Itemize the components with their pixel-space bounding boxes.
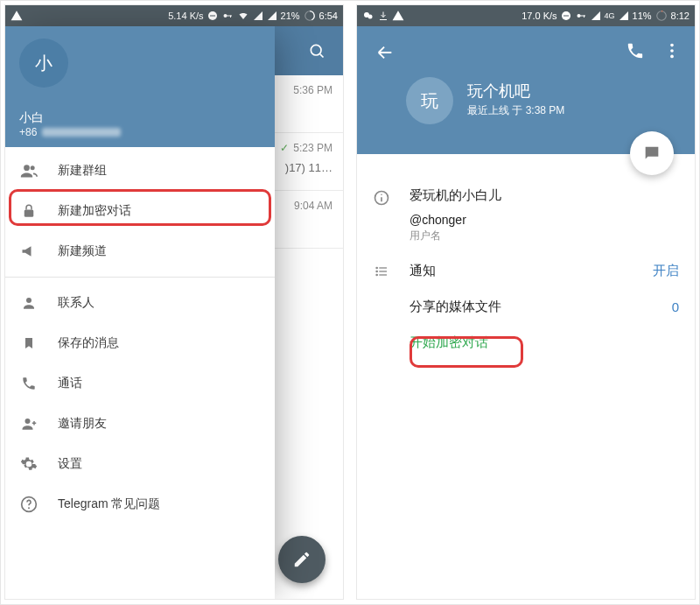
add-person-icon xyxy=(19,416,38,432)
drawer-header: 小 小白 +86 xyxy=(5,26,275,147)
shared-media-row[interactable]: 分享的媒体文件 0 xyxy=(410,299,679,315)
notifications-label: 通知 xyxy=(410,263,436,279)
group-icon xyxy=(19,162,38,179)
svg-point-8 xyxy=(24,165,30,171)
vpn-key-icon xyxy=(575,11,587,21)
svg-point-25 xyxy=(670,55,674,59)
svg-rect-18 xyxy=(564,16,569,17)
profile-handle[interactable]: @chonger xyxy=(410,213,679,227)
drawer-item-saved[interactable]: 保存的消息 xyxy=(5,323,275,363)
drawer-item-contacts[interactable]: 联系人 xyxy=(5,283,275,323)
profile-last-seen: 最近上线 于 3:38 PM xyxy=(467,103,564,118)
drawer-list: 新建群组 新建加密对话 新建频道 联系人 保存的消息 xyxy=(5,147,275,524)
svg-point-32 xyxy=(376,267,377,268)
signal-icon xyxy=(253,11,263,21)
status-time: 8:12 xyxy=(671,11,690,21)
drawer-item-label: 联系人 xyxy=(58,295,94,311)
more-button[interactable] xyxy=(656,35,688,67)
drawer-item-new-group[interactable]: 新建群组 xyxy=(5,151,275,191)
drawer-item-label: Telegram 常见问题 xyxy=(58,496,160,512)
status-speed: 5.14 K/s xyxy=(168,11,203,21)
chat-time: 5:36 PM xyxy=(293,84,332,96)
svg-point-34 xyxy=(376,274,377,275)
profile-header: 玩 玩个机吧 最近上线 于 3:38 PM xyxy=(357,26,695,154)
gear-icon xyxy=(19,455,38,473)
notifications-value: 开启 xyxy=(653,263,679,279)
svg-rect-21 xyxy=(584,16,584,18)
avatar-letter: 玩 xyxy=(421,89,438,113)
svg-point-9 xyxy=(31,165,35,170)
phone-right: 17.0 K/s 4G 11% 8:12 xyxy=(356,4,696,600)
svg-point-28 xyxy=(381,193,382,195)
drawer-username: 小白 xyxy=(19,110,121,126)
start-secret-chat[interactable]: 开始加密对话 xyxy=(410,334,488,349)
status-battery: 21% xyxy=(281,11,300,21)
svg-point-33 xyxy=(376,271,377,271)
svg-point-23 xyxy=(670,44,674,47)
drawer-item-settings[interactable]: 设置 xyxy=(5,444,275,484)
drawer-phone-prefix: +86 xyxy=(19,126,37,138)
dnd-icon xyxy=(561,11,571,21)
avatar[interactable]: 小 xyxy=(19,39,68,88)
drawer-item-label: 通话 xyxy=(58,376,82,391)
svg-point-11 xyxy=(26,298,32,303)
status-speed: 17.0 K/s xyxy=(522,11,556,21)
status-bar: 17.0 K/s 4G 11% 8:12 xyxy=(357,5,695,26)
download-icon xyxy=(378,11,388,21)
svg-rect-3 xyxy=(226,16,232,17)
profile-avatar[interactable]: 玩 xyxy=(406,77,453,124)
dnd-icon xyxy=(207,11,218,21)
chat-preview: )17) 11… xyxy=(285,161,332,174)
signal-icon-2 xyxy=(619,11,629,21)
drawer-item-label: 新建群组 xyxy=(58,163,107,179)
battery-ring-icon xyxy=(304,10,316,22)
wifi-icon xyxy=(237,11,249,21)
nav-drawer: 小 小白 +86 新建群组 新建加密对话 xyxy=(5,26,275,599)
list-icon xyxy=(373,264,390,278)
warning-icon xyxy=(392,10,404,22)
check-icon: ✓ xyxy=(280,142,289,154)
svg-rect-4 xyxy=(230,16,231,18)
megaphone-icon xyxy=(19,243,38,260)
svg-line-7 xyxy=(320,54,324,58)
drawer-item-new-secret[interactable]: 新建加密对话 xyxy=(5,191,275,231)
call-button[interactable] xyxy=(620,35,651,67)
drawer-item-new-channel[interactable]: 新建频道 xyxy=(5,231,275,271)
drawer-item-label: 新建频道 xyxy=(58,243,107,259)
signal-icon xyxy=(591,11,601,21)
svg-point-16 xyxy=(368,15,373,19)
status-bar: 5.14 K/s 21% 6:54 xyxy=(5,5,343,26)
profile-handle-caption: 用户名 xyxy=(410,229,679,243)
status-net: 4G xyxy=(605,11,615,20)
svg-rect-1 xyxy=(210,16,215,17)
info-section: 爱玩机的小白儿 @chonger 用户名 xyxy=(373,187,679,243)
wechat-icon xyxy=(362,11,374,21)
svg-point-6 xyxy=(311,45,321,55)
drawer-item-faq[interactable]: Telegram 常见问题 xyxy=(5,484,275,524)
phone-left: 5.14 K/s 21% 6:54 5:36 PM ✓ 5 xyxy=(4,4,344,600)
chat-time: 5:23 PM xyxy=(293,142,332,154)
vpn-key-icon xyxy=(221,11,234,21)
drawer-item-label: 设置 xyxy=(58,456,82,472)
chat-time: 9:04 AM xyxy=(294,200,332,212)
back-button[interactable] xyxy=(369,37,401,68)
avatar-letter: 小 xyxy=(35,52,52,75)
compose-fab[interactable] xyxy=(278,536,326,583)
message-fab[interactable] xyxy=(630,131,674,175)
status-battery: 11% xyxy=(633,11,652,21)
drawer-item-calls[interactable]: 通话 xyxy=(5,363,275,404)
svg-rect-10 xyxy=(24,210,34,217)
profile-body: 爱玩机的小白儿 @chonger 用户名 通知 开启 分享的媒体文件 0 xyxy=(357,154,695,351)
svg-point-24 xyxy=(670,49,674,53)
redacted-phone xyxy=(42,128,121,137)
svg-point-14 xyxy=(28,507,30,509)
search-icon[interactable] xyxy=(301,35,332,67)
battery-ring-icon xyxy=(655,10,668,22)
svg-point-12 xyxy=(25,419,31,424)
svg-point-22 xyxy=(656,11,666,21)
help-icon xyxy=(19,496,38,513)
svg-rect-20 xyxy=(579,16,585,17)
status-time: 6:54 xyxy=(319,11,338,21)
notifications-row[interactable]: 通知 开启 xyxy=(410,263,679,279)
drawer-item-invite[interactable]: 邀请朋友 xyxy=(5,404,275,444)
